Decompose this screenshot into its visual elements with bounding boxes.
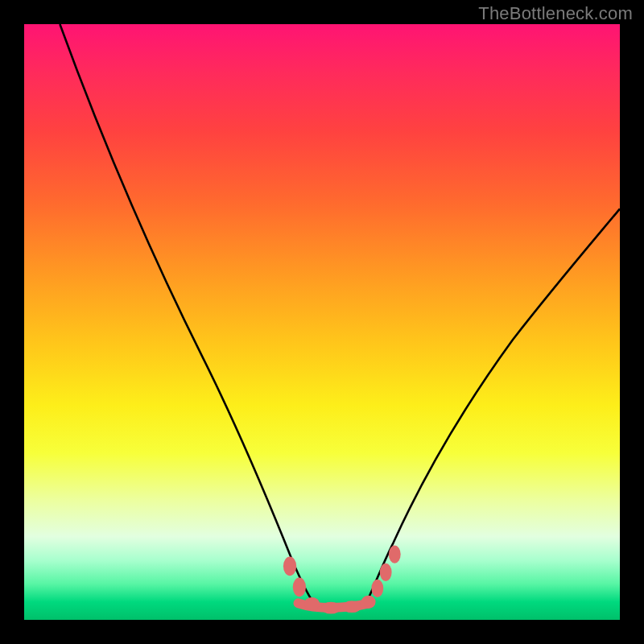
- curve-left: [60, 24, 313, 602]
- svg-point-1: [293, 577, 306, 597]
- svg-point-8: [389, 546, 401, 564]
- svg-point-7: [380, 564, 392, 581]
- svg-point-0: [283, 557, 296, 576]
- chart-frame: TheBottleneck.com: [0, 0, 644, 644]
- svg-point-5: [361, 596, 376, 609]
- svg-point-6: [371, 580, 383, 597]
- plot-area: [24, 24, 620, 620]
- watermark-text: TheBottleneck.com: [478, 3, 633, 24]
- svg-point-3: [321, 602, 341, 614]
- svg-point-4: [342, 601, 361, 613]
- curve-layer: [24, 24, 620, 620]
- svg-point-2: [304, 597, 320, 610]
- curve-right: [367, 208, 621, 601]
